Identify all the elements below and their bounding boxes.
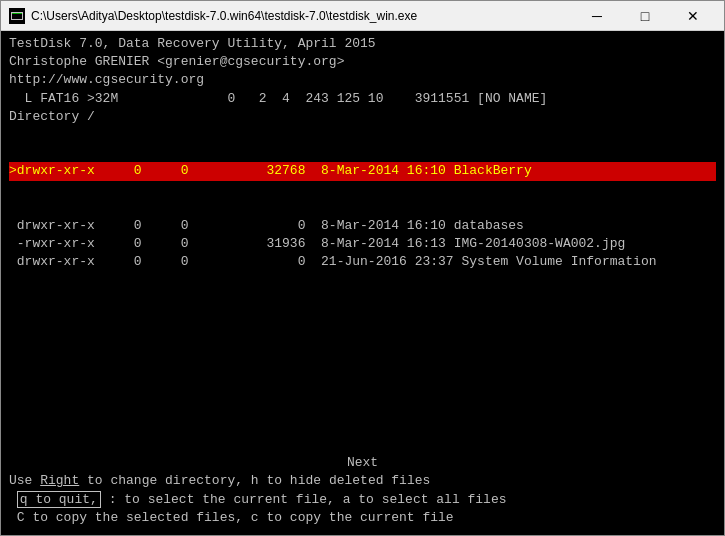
footer-line-3: C to copy the selected files, c to copy … [9,509,716,527]
header-line-4: L FAT16 >32M 0 2 4 243 125 10 3911551 [N… [9,90,716,108]
highlighted-file-entry: >drwxr-xr-x 0 0 32768 8-Mar-2014 16:10 B… [9,162,716,180]
window: C:\Users\Aditya\Desktop\testdisk-7.0.win… [0,0,725,536]
quit-key: q to quit, [17,491,101,508]
header-line-1: TestDisk 7.0, Data Recovery Utility, Apr… [9,35,716,53]
terminal: TestDisk 7.0, Data Recovery Utility, Apr… [1,31,724,535]
title-bar-buttons: ─ □ ✕ [574,2,716,30]
header-line-2: Christophe GRENIER <grenier@cgsecurity.o… [9,53,716,71]
maximize-button[interactable]: □ [622,2,668,30]
file-row-2: -rwxr-xr-x 0 0 31936 8-Mar-2014 16:13 IM… [9,235,716,253]
file-row-1: drwxr-xr-x 0 0 0 8-Mar-2014 16:10 databa… [9,217,716,235]
right-key: Right [40,473,79,488]
app-icon [9,8,25,24]
file-row-0[interactable]: >drwxr-xr-x 0 0 32768 8-Mar-2014 16:10 B… [9,126,716,217]
header-line-3: http://www.cgsecurity.org [9,71,716,89]
next-label: Next [9,454,716,472]
title-bar: C:\Users\Aditya\Desktop\testdisk-7.0.win… [1,1,724,31]
title-bar-text: C:\Users\Aditya\Desktop\testdisk-7.0.win… [31,9,574,23]
minimize-button[interactable]: ─ [574,2,620,30]
close-button[interactable]: ✕ [670,2,716,30]
svg-rect-3 [12,13,22,14]
header-line-5: Directory / [9,108,716,126]
file-row-3: drwxr-xr-x 0 0 0 21-Jun-2016 23:37 Syste… [9,253,716,271]
footer-line-2: q to quit, : to select the current file,… [9,491,716,509]
footer-line-1: Use Right to change directory, h to hide… [9,472,716,490]
